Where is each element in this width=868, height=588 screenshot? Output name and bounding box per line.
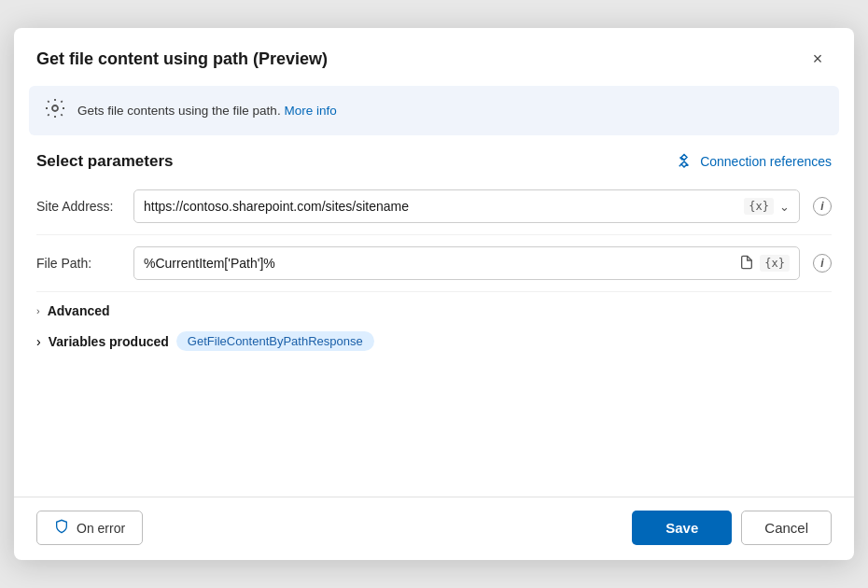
params-area: Site Address: {x} ⌄ i File Path: {x}	[14, 178, 854, 489]
site-address-input-wrap: {x} ⌄	[133, 189, 800, 223]
on-error-label: On error	[77, 521, 125, 536]
save-button[interactable]: Save	[632, 511, 732, 545]
dialog-title: Get file content using path (Preview)	[36, 49, 328, 69]
cancel-button[interactable]: Cancel	[741, 511, 832, 545]
variable-badge[interactable]: GetFileContentByPathResponse	[176, 331, 374, 351]
file-path-input-wrap: {x}	[133, 246, 800, 280]
on-error-button[interactable]: On error	[36, 511, 143, 545]
gear-icon	[44, 97, 66, 124]
site-address-row: Site Address: {x} ⌄ i	[36, 178, 832, 235]
variables-chevron-icon: ›	[36, 334, 41, 349]
site-address-variable-badge[interactable]: {x}	[744, 198, 774, 215]
close-button[interactable]: ×	[804, 45, 832, 73]
variables-produced-section[interactable]: › Variables produced GetFileContentByPat…	[36, 322, 832, 355]
site-address-input[interactable]	[144, 199, 738, 214]
dialog-header: Get file content using path (Preview) ×	[14, 28, 854, 86]
file-path-row: File Path: {x} i	[36, 235, 832, 292]
plug-icon	[676, 153, 693, 170]
svg-point-0	[52, 105, 58, 111]
banner-text: Gets file contents using the file path. …	[77, 104, 337, 118]
dialog-footer: On error Save Cancel	[14, 497, 854, 560]
more-info-link[interactable]: More info	[284, 104, 336, 118]
file-path-input[interactable]	[144, 256, 734, 271]
advanced-section[interactable]: › Advanced	[36, 292, 832, 322]
site-address-info-icon[interactable]: i	[813, 197, 832, 216]
advanced-label: Advanced	[48, 303, 110, 318]
info-banner: Gets file contents using the file path. …	[29, 86, 839, 135]
footer-right-buttons: Save Cancel	[632, 511, 832, 545]
site-address-chevron-icon[interactable]: ⌄	[779, 200, 790, 214]
file-path-variable-badge[interactable]: {x}	[760, 255, 790, 272]
variables-label: Variables produced	[49, 334, 169, 349]
shield-icon	[54, 519, 69, 537]
file-path-info-icon[interactable]: i	[813, 254, 832, 273]
site-address-label: Site Address:	[36, 199, 120, 214]
file-icon[interactable]	[739, 255, 754, 273]
advanced-chevron-icon: ›	[36, 305, 40, 316]
section-header-row: Select parameters Connection references	[14, 135, 854, 178]
section-title: Select parameters	[36, 152, 173, 171]
dialog: Get file content using path (Preview) × …	[14, 28, 854, 560]
connection-references-button[interactable]: Connection references	[676, 153, 832, 170]
file-path-label: File Path:	[36, 256, 120, 271]
svg-line-1	[679, 163, 682, 166]
